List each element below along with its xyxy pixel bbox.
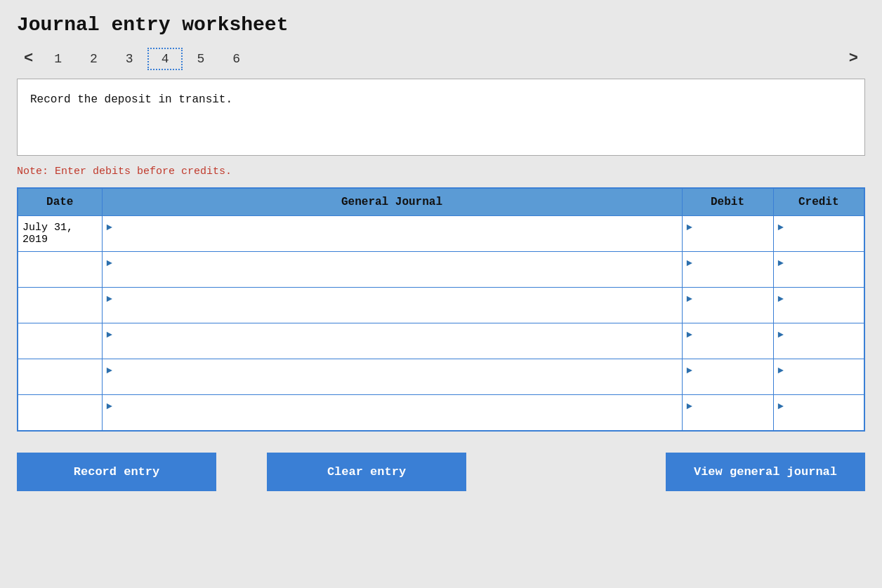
journal-input-1[interactable] (107, 234, 665, 246)
page-title: Journal entry worksheet (17, 14, 865, 36)
cell-arrow-icon: ► (107, 365, 112, 376)
date-value-1: July 31, 2019 (22, 222, 73, 246)
cell-arrow-icon: ► (778, 365, 784, 376)
debit-input-6[interactable] (687, 413, 756, 425)
cell-arrow-icon: ► (107, 293, 112, 305)
credit-input-5[interactable] (778, 377, 848, 389)
header-debit: Debit (682, 188, 773, 216)
journal-input-3[interactable] (107, 305, 665, 317)
cell-arrow-icon: ► (107, 329, 112, 340)
date-cell-5 (18, 359, 102, 395)
journal-cell-2[interactable]: ► (102, 252, 682, 288)
journal-cell-5[interactable]: ► (102, 359, 682, 395)
cell-arrow-icon: ► (687, 401, 692, 412)
cell-arrow-icon: ► (778, 329, 784, 340)
cell-arrow-icon: ► (107, 401, 112, 412)
cell-arrow-icon: ► (778, 258, 784, 269)
debit-input-3[interactable] (687, 305, 756, 317)
debit-cell-1[interactable]: ► (682, 216, 773, 252)
note-text: Note: Enter debits before credits. (17, 166, 865, 178)
journal-cell-4[interactable]: ► (102, 323, 682, 359)
journal-input-4[interactable] (107, 341, 665, 353)
instruction-box: Record the deposit in transit. (17, 79, 865, 156)
debit-input-1[interactable] (687, 234, 756, 246)
debit-cell-3[interactable]: ► (682, 288, 773, 323)
date-cell-1: July 31, 2019 (18, 216, 102, 252)
journal-table: Date General Journal Debit Credit July 3… (17, 187, 865, 432)
nav-left-arrow[interactable]: < (17, 47, 40, 70)
cell-arrow-icon: ► (687, 222, 692, 233)
journal-cell-6[interactable]: ► (102, 395, 682, 432)
debit-input-2[interactable] (687, 269, 756, 281)
credit-cell-3[interactable]: ► (773, 288, 864, 323)
cell-arrow-icon: ► (778, 401, 784, 412)
header-journal: General Journal (102, 188, 682, 216)
credit-input-2[interactable] (778, 269, 848, 281)
journal-input-2[interactable] (107, 269, 665, 281)
view-general-journal-button[interactable]: View general journal (666, 453, 865, 491)
table-row: ► ► ► (18, 252, 864, 288)
table-row: ► ► ► (18, 323, 864, 359)
header-date: Date (18, 188, 102, 216)
nav-right-arrow[interactable]: > (842, 47, 865, 70)
record-entry-button[interactable]: Record entry (17, 453, 216, 491)
debit-input-4[interactable] (687, 341, 756, 353)
debit-cell-5[interactable]: ► (682, 359, 773, 395)
table-row: ► ► ► (18, 395, 864, 432)
credit-cell-6[interactable]: ► (773, 395, 864, 432)
credit-input-1[interactable] (778, 234, 848, 246)
date-cell-2 (18, 252, 102, 288)
journal-cell-3[interactable]: ► (102, 288, 682, 323)
header-credit: Credit (773, 188, 864, 216)
button-row: Record entry Clear entry View general jo… (17, 453, 865, 491)
date-cell-3 (18, 288, 102, 323)
table-row: July 31, 2019 ► ► ► (18, 216, 864, 252)
credit-input-4[interactable] (778, 341, 848, 353)
table-row: ► ► ► (18, 288, 864, 323)
tab-navigation: < 1 2 3 4 5 6 > (17, 47, 865, 70)
credit-cell-5[interactable]: ► (773, 359, 864, 395)
journal-cell-1[interactable]: ► (102, 216, 682, 252)
cell-arrow-icon: ► (107, 258, 112, 269)
credit-input-3[interactable] (778, 305, 848, 317)
debit-cell-2[interactable]: ► (682, 252, 773, 288)
credit-input-6[interactable] (778, 413, 848, 425)
credit-cell-1[interactable]: ► (773, 216, 864, 252)
tab-5[interactable]: 5 (183, 48, 218, 70)
cell-arrow-icon: ► (107, 222, 112, 233)
tab-1[interactable]: 1 (40, 48, 76, 70)
journal-input-5[interactable] (107, 377, 665, 389)
cell-arrow-icon: ► (778, 222, 784, 233)
credit-cell-2[interactable]: ► (773, 252, 864, 288)
cell-arrow-icon: ► (687, 293, 692, 305)
date-cell-6 (18, 395, 102, 432)
journal-input-6[interactable] (107, 413, 665, 425)
debit-input-5[interactable] (687, 377, 756, 389)
cell-arrow-icon: ► (687, 365, 692, 376)
cell-arrow-icon: ► (778, 293, 784, 305)
tab-2[interactable]: 2 (76, 48, 112, 70)
date-cell-4 (18, 323, 102, 359)
cell-arrow-icon: ► (687, 258, 692, 269)
tab-4[interactable]: 4 (147, 48, 183, 70)
tab-3[interactable]: 3 (112, 48, 147, 70)
table-row: ► ► ► (18, 359, 864, 395)
debit-cell-6[interactable]: ► (682, 395, 773, 432)
tab-6[interactable]: 6 (218, 48, 254, 70)
instruction-text: Record the deposit in transit. (30, 93, 232, 106)
credit-cell-4[interactable]: ► (773, 323, 864, 359)
cell-arrow-icon: ► (687, 329, 692, 340)
clear-entry-button[interactable]: Clear entry (267, 453, 466, 491)
debit-cell-4[interactable]: ► (682, 323, 773, 359)
